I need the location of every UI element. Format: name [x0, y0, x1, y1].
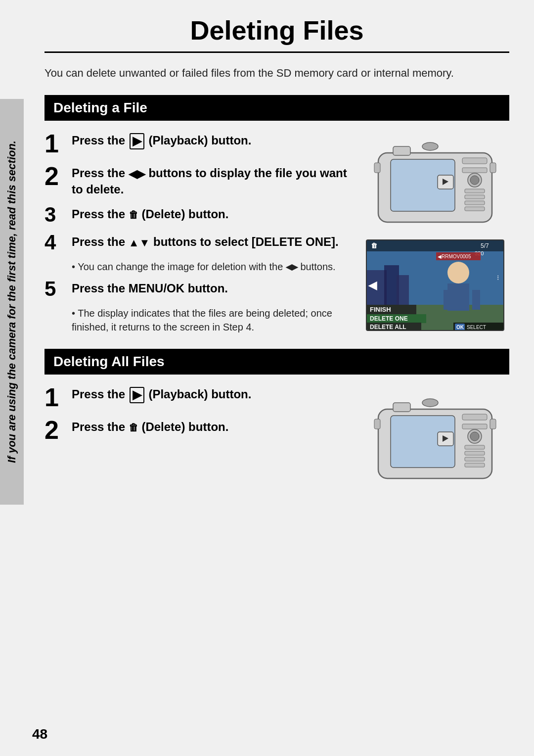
steps-right-1: 🗑 5/7 320 ◀RRMOV0005 ◀ ⁝ FINISH [361, 131, 509, 339]
svg-rect-8 [465, 201, 485, 205]
svg-rect-23 [444, 290, 451, 310]
svg-text:OK: OK [456, 325, 464, 330]
ud-arrows-4: ▲▼ [129, 236, 150, 250]
svg-text:FINISH: FINISH [370, 306, 391, 313]
svg-rect-2 [462, 158, 487, 164]
step-num-2: 2 [44, 163, 67, 189]
step-num-1: 1 [44, 131, 67, 156]
camera-svg-1 [363, 131, 507, 230]
svg-text:DELETE ALL: DELETE ALL [370, 324, 406, 331]
step-num-5: 5 [44, 279, 67, 299]
step-2: 2 Press the ◀▶ buttons to display the fi… [44, 163, 351, 197]
svg-rect-15 [490, 163, 496, 173]
side-tab: If you are using the camera for the firs… [0, 99, 24, 505]
playback-icon-1: ▶ [130, 133, 144, 149]
step-s2-2: 2 Press the 🗑 (Delete) button. [44, 417, 351, 443]
svg-rect-24 [472, 290, 480, 310]
bullet-5: The display indicates that the files are… [72, 306, 351, 334]
trash-icon-s2: 🗑 [129, 421, 138, 434]
svg-rect-6 [465, 189, 485, 193]
svg-text:5/7: 5/7 [481, 242, 489, 249]
camera-svg-2 [363, 384, 507, 488]
steps-left-2: 1 Press the ▶ (Playback) button. 2 Press… [44, 384, 351, 488]
step-3: 3 Press the 🗑 (Delete) button. [44, 204, 351, 225]
steps-left-1: 1 Press the ▶ (Playback) button. 2 Press… [44, 131, 351, 339]
svg-text:◀RRMOV0005: ◀RRMOV0005 [438, 254, 471, 259]
step-text-5: Press the MENU/OK button. [72, 279, 228, 296]
svg-rect-49 [465, 445, 485, 449]
svg-rect-57 [374, 419, 380, 429]
svg-rect-7 [465, 195, 485, 199]
step-text-s2-1: Press the ▶ (Playback) button. [72, 384, 251, 403]
section2-header: Deleting All Files [44, 349, 509, 375]
svg-rect-52 [465, 463, 485, 467]
svg-rect-14 [374, 163, 380, 173]
step-num-4: 4 [44, 232, 67, 253]
steps-area-1: 1 Press the ▶ (Playback) button. 2 Press… [44, 131, 509, 339]
camera-illustration-1 [363, 131, 507, 230]
step-s2-1: 1 Press the ▶ (Playback) button. [44, 384, 351, 410]
steps-right-2 [361, 384, 509, 488]
step-text-4: Press the ▲▼ buttons to select [DELETE O… [72, 232, 339, 250]
step-text-1: Press the ▶ (Playback) button. [72, 131, 251, 149]
svg-text:🗑: 🗑 [371, 242, 377, 249]
side-tab-text: If you are using the camera for the firs… [5, 141, 19, 463]
trash-icon-3: 🗑 [129, 208, 138, 222]
step-5: 5 Press the MENU/OK button. [44, 279, 351, 299]
step-num-3: 3 [44, 204, 67, 225]
svg-rect-46 [462, 424, 487, 429]
main-content: Deleting Files You can delete unwanted o… [30, 0, 534, 756]
svg-text:◀: ◀ [368, 279, 377, 291]
section1-header: Deleting a File [44, 95, 509, 121]
svg-text:⁝: ⁝ [497, 274, 499, 282]
svg-text:DELETE ONE: DELETE ONE [370, 315, 408, 322]
playback-icon-s2: ▶ [130, 387, 144, 403]
lr-arrows-2: ◀▶ [129, 167, 145, 182]
svg-rect-45 [462, 414, 487, 420]
svg-rect-9 [465, 207, 485, 211]
step-num-s2-2: 2 [44, 417, 67, 443]
lr-arrows-bullet: ◀▶ [286, 262, 298, 273]
delete-screen-illustration: 🗑 5/7 320 ◀RRMOV0005 ◀ ⁝ FINISH [366, 239, 504, 331]
step-num-s2-1: 1 [44, 384, 67, 410]
section-2: Deleting All Files 1 Press the ▶ (Playba… [44, 349, 509, 488]
step-text-s2-2: Press the 🗑 (Delete) button. [72, 417, 228, 435]
step-text-3: Press the 🗑 (Delete) button. [72, 204, 228, 222]
page: If you are using the camera for the firs… [0, 0, 534, 756]
svg-rect-10 [393, 146, 410, 155]
svg-rect-53 [393, 403, 410, 412]
svg-point-21 [447, 262, 469, 284]
svg-point-48 [470, 432, 479, 441]
step-4: 4 Press the ▲▼ buttons to select [DELETE… [44, 232, 351, 253]
page-title: Deleting Files [44, 15, 509, 46]
svg-point-54 [422, 399, 438, 407]
svg-rect-50 [465, 451, 485, 455]
step-text-2: Press the ◀▶ buttons to display the file… [72, 163, 351, 197]
svg-point-5 [470, 176, 479, 185]
page-number: 48 [32, 726, 47, 742]
svg-rect-58 [490, 419, 496, 429]
steps-area-2: 1 Press the ▶ (Playback) button. 2 Press… [44, 384, 509, 488]
bullet-4: You can change the image for deletion wi… [72, 260, 351, 274]
step-1: 1 Press the ▶ (Playback) button. [44, 131, 351, 156]
intro-text: You can delete unwanted or failed files … [44, 65, 509, 81]
svg-rect-3 [462, 168, 487, 173]
svg-rect-51 [465, 457, 485, 461]
title-divider [44, 51, 509, 53]
svg-text:SELECT: SELECT [467, 325, 486, 330]
svg-point-11 [422, 142, 438, 150]
delete-screen-svg: 🗑 5/7 320 ◀RRMOV0005 ◀ ⁝ FINISH [367, 240, 504, 331]
